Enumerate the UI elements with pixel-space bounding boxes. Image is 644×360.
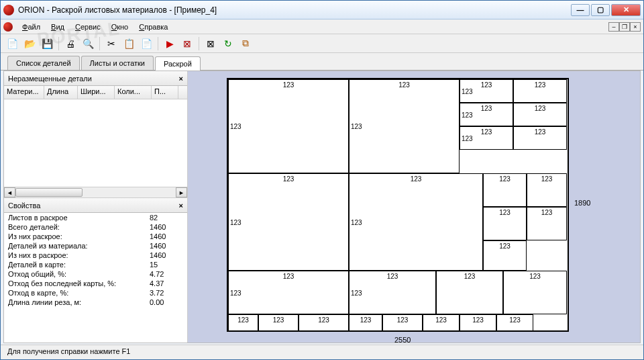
workarea: Неразмещенные детали × Матери... Длина Ш… — [3, 71, 641, 343]
preview-icon[interactable]: 🔍 — [80, 36, 95, 51]
new-icon[interactable]: 📄 — [5, 36, 19, 51]
part-label-top: 123 — [509, 316, 521, 324]
part[interactable]: 123 — [436, 271, 503, 314]
part-label-top: 123 — [283, 273, 294, 280]
part-label-left: 123 — [462, 87, 473, 95]
separator — [58, 37, 59, 50]
col-p[interactable]: П... — [152, 86, 178, 99]
part[interactable]: 123 — [382, 314, 423, 331]
copy-icon[interactable]: 📋 — [121, 36, 136, 51]
mdi-minimize-button[interactable]: – — [608, 22, 619, 32]
part[interactable]: 123123 — [228, 79, 349, 173]
panel-header-unplaced: Неразмещенные детали × — [4, 71, 187, 86]
save-icon[interactable]: 💾 — [40, 36, 54, 51]
open-icon[interactable]: 📂 — [22, 36, 37, 51]
part-label-top: 123 — [387, 273, 398, 280]
run-icon[interactable]: ▶ — [162, 36, 177, 51]
col-width[interactable]: Шири... — [78, 86, 115, 99]
prop-row: Листов в раскрое82 — [4, 213, 187, 222]
part[interactable]: 123 — [483, 240, 527, 271]
options-icon[interactable]: ⧉ — [238, 36, 253, 51]
part-label-left: 123 — [462, 134, 473, 142]
col-material[interactable]: Матери... — [4, 86, 44, 99]
part-label-top: 123 — [535, 105, 546, 112]
cut-icon[interactable]: ✂ — [104, 36, 119, 51]
part[interactable]: 123 — [527, 173, 567, 207]
part-label-top: 123 — [283, 81, 294, 89]
part[interactable]: 123 — [483, 207, 527, 240]
part[interactable]: 123 — [460, 314, 496, 331]
part[interactable]: 123 — [483, 173, 527, 207]
part[interactable]: 123123 — [349, 79, 460, 173]
part[interactable]: 123 — [258, 314, 299, 331]
scroll-right-icon[interactable]: ► — [176, 187, 187, 197]
part[interactable]: 123123 — [349, 271, 436, 314]
sheet[interactable]: 1231231231231231231231231231231231231231… — [227, 78, 569, 332]
tab-sheets[interactable]: Листы и остатки — [81, 56, 154, 70]
part-label-left: 123 — [351, 289, 362, 296]
part-label-top: 123 — [499, 175, 511, 183]
prop-row: Деталей в карте:15 — [4, 260, 187, 269]
prop-value: 3.72 — [150, 289, 183, 297]
paste-icon[interactable]: 📄 — [139, 36, 154, 51]
maximize-button[interactable]: ▢ — [591, 4, 610, 16]
part[interactable]: 123 — [527, 207, 567, 240]
menu-help[interactable]: Справка — [133, 21, 173, 32]
tab-layout[interactable]: Раскрой — [155, 56, 201, 71]
scroll-left-icon[interactable]: ◄ — [4, 187, 15, 197]
panel-close-icon[interactable]: × — [179, 75, 183, 83]
tab-parts-list[interactable]: Список деталей — [7, 56, 80, 70]
mdi-restore-button[interactable]: ❐ — [619, 22, 630, 32]
mdi-close-button[interactable]: × — [630, 22, 641, 32]
part[interactable]: 123 — [513, 79, 567, 103]
prop-value: 4.37 — [150, 279, 183, 287]
close-button[interactable]: ✕ — [611, 4, 641, 16]
part[interactable]: 123 — [513, 103, 567, 126]
prop-row: Отход общий, %:4.72 — [4, 269, 187, 279]
part[interactable]: 123 — [513, 126, 567, 150]
prop-label: Деталей в карте: — [8, 261, 150, 269]
menu-view[interactable]: Вид — [46, 21, 70, 32]
scroll-thumb[interactable] — [15, 188, 83, 197]
part[interactable]: 123 — [349, 314, 382, 331]
refresh-icon[interactable]: ↻ — [221, 36, 235, 51]
stop-icon[interactable]: ⊠ — [180, 36, 195, 51]
mdi-icon[interactable] — [3, 22, 13, 32]
part[interactable]: 123 — [228, 314, 258, 331]
part[interactable]: 123 — [496, 314, 533, 331]
unplaced-grid[interactable]: Матери... Длина Шири... Коли... П... — [4, 86, 187, 187]
part-label-left: 123 — [351, 218, 362, 226]
part-label-left: 123 — [351, 123, 362, 130]
menu-service[interactable]: Сервис — [70, 21, 106, 32]
print-icon[interactable]: 🖨 — [63, 36, 78, 51]
part[interactable]: 123123 — [460, 79, 513, 103]
part-label-top: 123 — [398, 81, 410, 89]
hscrollbar[interactable]: ◄ ► — [4, 187, 187, 198]
prop-row: Длина линии реза, м:0.00 — [4, 298, 187, 307]
part-label-left: 123 — [462, 111, 473, 118]
col-qty[interactable]: Коли... — [115, 86, 152, 99]
part-label-top: 123 — [481, 128, 492, 136]
status-hint: Для получения справки нажмите F1 — [7, 347, 130, 355]
part[interactable]: 123123 — [460, 103, 513, 126]
part-label-top: 123 — [411, 175, 422, 183]
part[interactable]: 123 — [299, 314, 349, 331]
part[interactable]: 123123 — [228, 173, 349, 271]
part[interactable]: 123 — [503, 271, 567, 314]
layout-canvas[interactable]: 1231231231231231231231231231231231231231… — [188, 71, 640, 343]
panel-close-icon[interactable]: × — [179, 201, 183, 210]
scroll-track[interactable] — [15, 187, 176, 197]
panel-title-props: Свойства — [8, 201, 40, 210]
part[interactable]: 123123 — [228, 271, 349, 314]
window-controls: — ▢ ✕ — [571, 4, 641, 16]
grid-body[interactable] — [4, 99, 187, 185]
delete-icon[interactable]: ⊠ — [203, 36, 218, 51]
minimize-button[interactable]: — — [571, 4, 590, 16]
col-length[interactable]: Длина — [44, 86, 78, 99]
part[interactable]: 123123 — [349, 173, 483, 271]
menu-file[interactable]: Файл — [17, 21, 46, 32]
menu-window[interactable]: Окно — [106, 21, 134, 32]
part[interactable]: 123123 — [460, 126, 513, 150]
part[interactable]: 123 — [423, 314, 460, 331]
part-label-top: 123 — [541, 209, 553, 216]
